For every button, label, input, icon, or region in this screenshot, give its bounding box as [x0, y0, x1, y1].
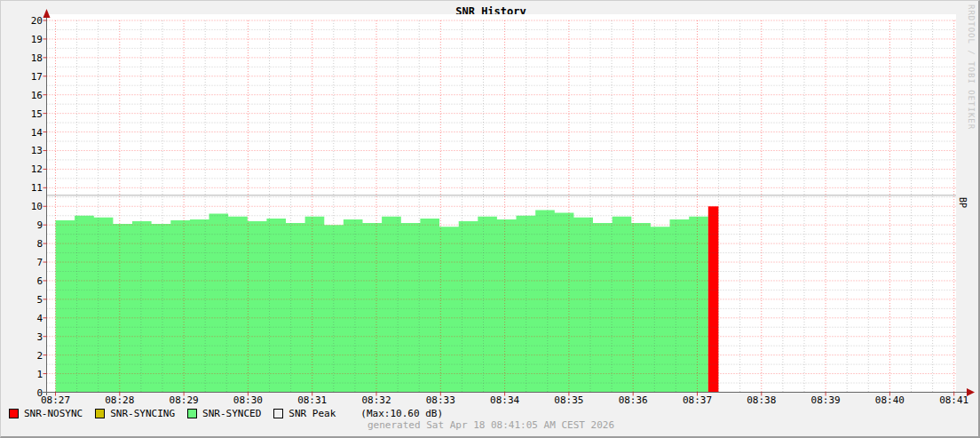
peak-swatch-icon: [273, 409, 283, 418]
y-tick-label: 5: [36, 294, 43, 306]
y-tick-label: 11: [31, 182, 43, 194]
legend-item-synced: SNR-SYNCED: [187, 408, 261, 419]
y-tick-label: 1: [36, 369, 43, 380]
y-tick-label: 15: [31, 108, 43, 120]
generated-timestamp: generated Sat Apr 18 08:41:05 AM CEST 20…: [1, 419, 980, 431]
y-tick-label: 10: [31, 201, 43, 212]
y-tick-label: 2: [36, 350, 43, 362]
legend-label-peak: SNR Peak: [288, 408, 336, 419]
legend-item-syncing: SNR-SYNCING: [95, 408, 175, 419]
x-tick-label: 08:38: [747, 394, 776, 406]
legend-item-nosync: SNR-NOSYNC: [9, 408, 83, 419]
x-tick-label: 08:36: [619, 394, 648, 406]
y-tick-label: 9: [36, 219, 43, 231]
y-tick-label: 8: [36, 238, 43, 250]
y-tick-label: 6: [36, 275, 43, 287]
x-tick-label: 08:37: [683, 394, 712, 406]
y-tick-label: 18: [31, 52, 43, 64]
legend-item-peak: SNR Peak: [273, 408, 336, 419]
x-tick-label: 08:30: [233, 394, 263, 406]
rrdtool-watermark: RRDTOOL / TOBI OETIKER: [967, 4, 976, 130]
x-tick-label: 08:40: [875, 394, 905, 406]
y-tick-label: 0: [36, 387, 43, 399]
y-tick-label: 19: [31, 34, 43, 45]
y-tick-label: 3: [36, 331, 43, 343]
y-tick-label: 16: [31, 90, 43, 101]
y-tick-label: 12: [31, 163, 43, 175]
y-tick-label: 7: [36, 257, 43, 268]
y-tick-label: 17: [31, 71, 43, 83]
area-SNR-SYNCED: [56, 210, 708, 392]
y-tick-label: 4: [36, 313, 43, 324]
y-tick-label: 20: [31, 15, 43, 27]
x-tick-label: 08:29: [170, 394, 199, 406]
y-axis-arrow-icon: [43, 9, 51, 18]
synced-swatch-icon: [187, 409, 197, 418]
legend: SNR-NOSYNC SNR-SYNCING SNR-SYNCED SNR Pe…: [9, 408, 443, 419]
snr-history-plot: 08:2708:2808:2908:3008:3108:3208:3308:34…: [1, 1, 980, 406]
x-tick-label: 08:39: [811, 394, 841, 406]
x-tick-label: 08:33: [426, 394, 455, 406]
x-tick-label: 08:27: [41, 394, 70, 406]
x-tick-label: 08:32: [361, 394, 391, 406]
right-axis-label: BP: [958, 197, 968, 208]
y-tick-label: 13: [31, 145, 43, 156]
x-tick-label: 08:28: [105, 394, 134, 406]
legend-label-syncing: SNR-SYNCING: [110, 408, 175, 419]
x-tick-label: 08:35: [554, 394, 583, 406]
legend-label-nosync: SNR-NOSYNC: [24, 408, 83, 419]
x-tick-label: 08:41: [939, 394, 968, 406]
x-tick-label: 08:34: [490, 394, 519, 406]
legend-label-synced: SNR-SYNCED: [202, 408, 261, 419]
rrdtool-graph-window: SNR History 08:2708:2808:2908:3008:3108:…: [0, 0, 980, 438]
peak-max-note: (Max:10.60 dB): [360, 408, 443, 419]
x-tick-label: 08:31: [297, 394, 327, 406]
nosync-swatch-icon: [9, 409, 19, 418]
y-tick-label: 14: [31, 127, 43, 139]
syncing-swatch-icon: [95, 409, 105, 418]
